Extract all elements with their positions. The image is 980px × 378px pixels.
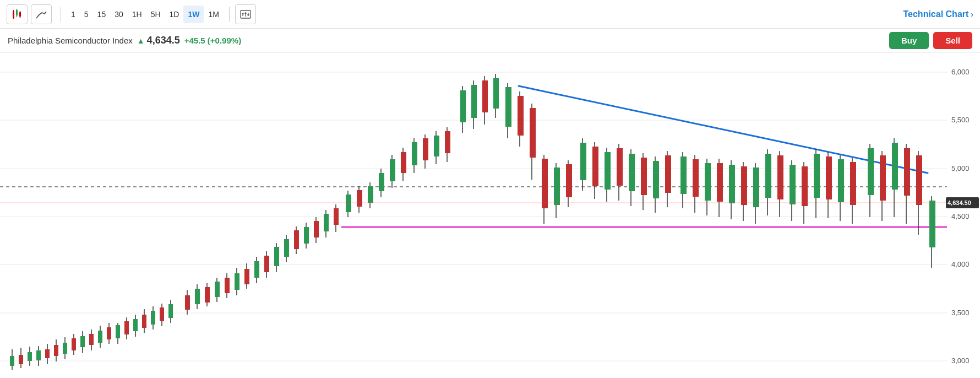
buy-button[interactable]: Buy [889,32,929,49]
technical-chart-label: Technical Chart [903,9,968,19]
svg-rect-82 [264,256,269,272]
svg-rect-190 [904,148,910,196]
candle-37 [357,186,362,213]
candle-23 [215,278,220,302]
candle-48 [482,76,488,125]
candle-43 [423,134,428,169]
sell-button[interactable]: Sell [933,32,972,49]
svg-rect-136 [566,164,572,197]
svg-rect-178 [826,156,832,199]
svg-rect-168 [765,154,771,198]
svg-rect-110 [412,142,417,165]
candle-33 [314,217,319,243]
candle-70 [753,163,759,224]
candle-15 [133,315,138,337]
timeframe-15[interactable]: 15 [93,6,111,23]
svg-rect-104 [379,173,384,191]
candlesticks [10,74,935,370]
candle-74 [802,162,808,224]
candle-2 [19,348,23,368]
svg-rect-40 [63,343,67,354]
candle-22 [205,283,210,306]
candle-45 [445,127,450,162]
svg-rect-54 [124,321,129,334]
candle-65 [693,155,699,213]
svg-rect-116 [445,131,450,153]
candle-18 [160,304,164,326]
svg-rect-130 [530,108,536,158]
technical-chart-link[interactable]: Technical Chart › [903,9,973,19]
candle-57 [592,142,598,199]
svg-rect-154 [680,156,687,194]
svg-rect-38 [54,345,58,356]
candle-17 [151,306,155,330]
candle-80 [880,151,886,221]
candle-20 [185,290,190,315]
candle-67 [717,159,723,217]
divider-2 [229,7,230,22]
svg-rect-112 [423,138,428,160]
svg-rect-92 [314,221,319,237]
svg-text:5,500: 5,500 [951,116,970,124]
svg-rect-76 [235,273,239,290]
svg-rect-172 [790,165,796,204]
line-chart-icon[interactable] [31,4,52,24]
candle-53 [542,155,548,224]
candle-62 [653,156,659,213]
svg-rect-52 [116,325,120,338]
candle-61 [641,153,647,210]
candle-8 [72,334,76,355]
svg-rect-134 [554,168,560,205]
timeframe-5h[interactable]: 5H [146,6,165,23]
svg-rect-124 [493,78,499,109]
svg-rect-64 [168,304,173,318]
svg-rect-188 [892,143,898,190]
toolbar-right: Technical Chart › [903,9,973,19]
candle-1 [10,349,14,370]
candle-81 [892,138,898,217]
chart-svg: 6,000 5,500 5,000 4,500 4,000 3,500 3,00… [0,53,980,378]
svg-rect-62 [160,307,164,321]
candle-35 [334,204,339,232]
candlestick-chart-icon[interactable] [7,4,28,24]
svg-rect-100 [357,190,362,207]
candle-28 [264,251,269,278]
svg-rect-96 [334,208,339,225]
timeframe-5[interactable]: 5 [80,6,93,23]
svg-rect-118 [460,90,466,122]
timeframe-1m[interactable]: 1M [204,6,223,23]
svg-rect-170 [777,155,783,199]
svg-rect-144 [617,148,623,186]
candle-26 [244,263,249,289]
candle-42 [412,138,417,173]
svg-rect-70 [205,287,210,303]
svg-text:4,500: 4,500 [951,212,970,220]
index-name: Philadelphia Semiconductor Index [8,36,133,45]
timeframe-1h[interactable]: 1H [128,6,146,23]
svg-rect-194 [929,201,935,247]
svg-rect-66 [185,295,190,310]
candle-21 [195,284,200,309]
svg-rect-162 [729,165,735,203]
timeframe-1[interactable]: 1 [67,6,80,23]
svg-rect-122 [482,80,488,112]
candle-11 [98,326,102,348]
svg-rect-86 [284,239,289,257]
svg-rect-42 [72,338,76,350]
svg-rect-94 [324,214,329,231]
candle-72 [777,151,783,217]
candle-34 [324,210,329,237]
candle-40 [390,155,395,188]
toolbar: 1 5 15 30 1H 5H 1D 1W 1M Technical Chart… [0,0,980,29]
candle-71 [765,149,771,215]
svg-rect-34 [36,350,41,360]
candle-7 [63,337,67,359]
indicators-icon[interactable] [235,4,256,24]
timeframe-1w[interactable]: 1W [183,6,204,23]
timeframe-30[interactable]: 30 [110,6,128,23]
svg-rect-58 [142,315,146,328]
candle-10 [89,330,94,350]
svg-rect-68 [195,289,200,304]
timeframe-1d[interactable]: 1D [165,6,184,23]
candle-12 [107,323,111,344]
